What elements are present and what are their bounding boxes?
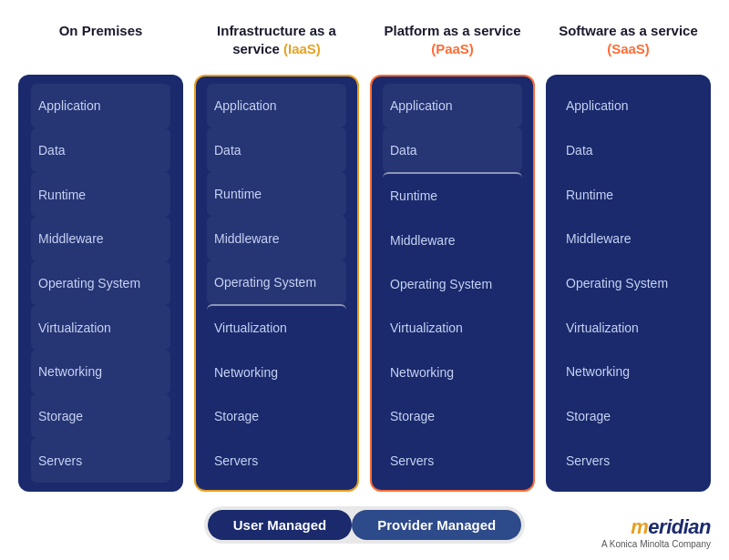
column-iaas: Infrastructure as a service (IaaS)Applic…: [194, 18, 359, 492]
card-on-premises: ApplicationDataRuntimeMiddlewareOperatin…: [18, 75, 183, 492]
card-item-iaas-7: Storage: [207, 394, 346, 438]
card-item-on-premises-5: Virtualization: [31, 305, 170, 350]
card-item-saas-4: Operating System: [559, 261, 698, 306]
logo-text-rest: eridian: [648, 515, 711, 538]
card-item-on-premises-0: Application: [31, 84, 170, 128]
column-header-on-premises: On Premises: [18, 18, 183, 66]
main-container: On PremisesApplicationDataRuntimeMiddlew…: [18, 18, 711, 551]
card-item-saas-0: Application: [559, 84, 698, 128]
card-item-iaas-5: Virtualization: [207, 304, 346, 350]
logo-accent: m: [631, 515, 648, 538]
card-item-on-premises-1: Data: [31, 128, 170, 173]
card-item-on-premises-3: Middleware: [31, 217, 170, 261]
card-item-on-premises-4: Operating System: [31, 261, 170, 306]
card-item-paas-1: Data: [383, 127, 522, 171]
card-item-iaas-4: Operating System: [207, 260, 346, 304]
card-item-iaas-6: Networking: [207, 351, 346, 394]
card-item-on-premises-6: Networking: [31, 350, 170, 394]
card-saas: ApplicationDataRuntimeMiddlewareOperatin…: [546, 75, 711, 492]
card-item-saas-3: Middleware: [559, 217, 698, 261]
card-item-on-premises-2: Runtime: [31, 172, 170, 217]
card-iaas: ApplicationDataRuntimeMiddlewareOperatin…: [194, 75, 359, 492]
card-item-on-premises-7: Storage: [31, 394, 170, 439]
column-on-premises: On PremisesApplicationDataRuntimeMiddlew…: [18, 18, 183, 492]
card-paas: ApplicationDataRuntimeMiddlewareOperatin…: [370, 75, 535, 492]
card-item-paas-4: Operating System: [383, 262, 522, 306]
card-item-paas-0: Application: [383, 84, 522, 127]
card-item-paas-8: Servers: [383, 439, 522, 483]
columns-wrapper: On PremisesApplicationDataRuntimeMiddlew…: [18, 18, 711, 492]
legend-wrapper: User Managed Provider Managed: [204, 506, 526, 544]
card-item-paas-7: Storage: [383, 394, 522, 438]
card-item-saas-2: Runtime: [559, 172, 698, 217]
column-header-paas: Platform as a service (PaaS): [370, 18, 535, 66]
header-accent-paas: (PaaS): [431, 41, 474, 56]
column-header-saas: Software as a service (SaaS): [546, 18, 711, 66]
card-item-paas-3: Middleware: [383, 218, 522, 261]
card-item-on-premises-8: Servers: [31, 438, 170, 483]
card-item-paas-2: Runtime: [383, 172, 522, 218]
card-item-saas-5: Virtualization: [559, 305, 698, 350]
header-accent-iaas: (IaaS): [283, 41, 321, 56]
column-header-iaas: Infrastructure as a service (IaaS): [194, 18, 359, 66]
footer-logo: meridian A Konica Minolta Company: [601, 515, 711, 549]
card-item-iaas-8: Servers: [207, 439, 346, 483]
column-paas: Platform as a service (PaaS)ApplicationD…: [370, 18, 535, 492]
card-item-iaas-3: Middleware: [207, 216, 346, 260]
card-item-saas-1: Data: [559, 128, 698, 173]
card-item-paas-6: Networking: [383, 351, 522, 394]
legend-user-managed: User Managed: [208, 510, 353, 540]
logo-sub: A Konica Minolta Company: [601, 539, 711, 549]
header-accent-saas: (SaaS): [607, 41, 650, 56]
card-item-iaas-1: Data: [207, 127, 346, 171]
column-saas: Software as a service (SaaS)ApplicationD…: [546, 18, 711, 492]
card-item-iaas-2: Runtime: [207, 172, 346, 216]
logo-name: meridian: [601, 515, 711, 539]
card-item-saas-6: Networking: [559, 350, 698, 394]
card-item-saas-7: Storage: [559, 394, 698, 439]
card-item-saas-8: Servers: [559, 438, 698, 483]
card-item-paas-5: Virtualization: [383, 306, 522, 350]
legend-provider-managed: Provider Managed: [352, 510, 521, 540]
card-item-iaas-0: Application: [207, 84, 346, 127]
